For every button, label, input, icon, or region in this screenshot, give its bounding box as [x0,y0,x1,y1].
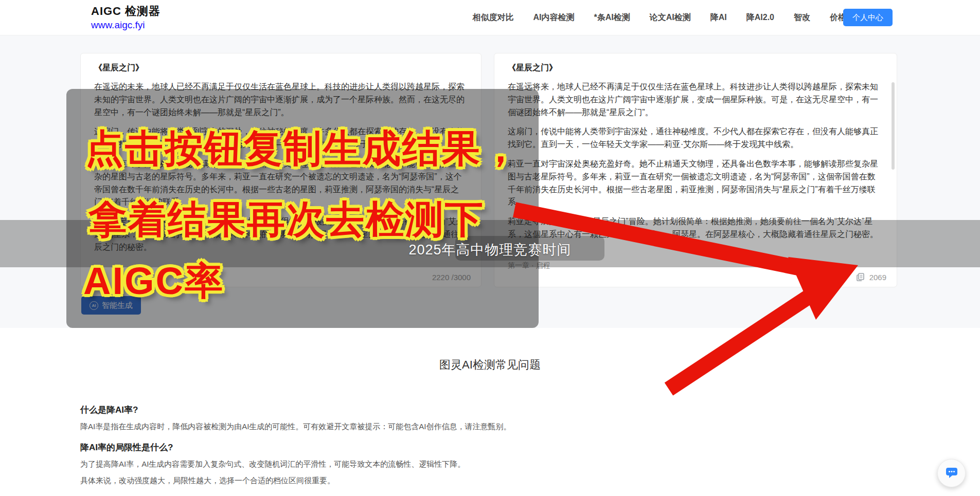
char-counter-left: 2220 /3000 [432,273,471,282]
copy-icon [856,275,865,283]
chat-bubble-icon [945,465,959,481]
result-paragraphs: 在遥远将来，地球人已经不再满足于仅仅生活在蓝色星球上。科技进步让人类得以跨越星际… [508,81,883,245]
header: AIGC 检测器 www.aigc.fyi 相似度对比AI内容检测*条AI检测论… [0,0,980,35]
story-paragraph: 这扇门，传说中能将人类带到宇宙深处，通往神秘维度。不少代人都在探索它存在，但没有… [508,125,883,151]
story-paragraph: 莉亚定夺展开一场关于“星辰之门”冒险。她计划很简单：根据她推测，她须要前往一個名… [508,215,883,241]
logo-url[interactable]: www.aigc.fyi [91,20,161,31]
result-text-panel: 《星辰之门》 在遥远将来，地球人已经不再满足于仅仅生活在蓝色星球上。科技进步让人… [494,53,897,287]
profile-center-button[interactable]: 个人中心 [843,9,893,26]
scrollbar-thumb[interactable] [892,82,895,170]
ai-circle-icon: AI [90,301,98,310]
faq-item: 什么是降AI率? 降AI率是指在生成内容时，降低内容被检测为由AI生成的可能性。… [80,404,800,432]
nav-item[interactable]: 降AI [710,12,727,23]
faq-question: 降AI率的局限性是什么? [80,442,800,453]
page: AIGC 检测器 www.aigc.fyi 相似度对比AI内容检测*条AI检测论… [0,0,980,496]
story-paragraph: 莉亚决定展开一场关于“星辰之门”的冒险。她的计划很简单：根据她的推测，她需要前往… [94,215,468,253]
nav-item[interactable]: 论文AI检测 [650,12,691,23]
faq-answer-line: 为了提高降AI率，AI生成内容需要加入复杂句式、改变随机词汇的平滑性，可能导致文… [80,458,800,470]
faq-item: 降AI率的局限性是什么? 为了提高降AI率，AI生成内容需要加入复杂句式、改变随… [80,442,800,486]
source-paragraphs: 在遥远的未来，地球人已经不再满足于仅仅生活在蓝色星球上。科技的进步让人类得以跨越… [94,81,468,258]
generate-button-label: 智能生成 [102,301,133,310]
faq-title: 图灵AI检测常见问题 [0,357,980,373]
logo[interactable]: AIGC 检测器 www.aigc.fyi [91,4,161,31]
smart-generate-button[interactable]: AI 智能生成 [81,296,141,315]
source-text-body[interactable]: 《星辰之门》 在遥远的未来，地球人已经不再满足于仅仅生活在蓝色星球上。科技的进步… [81,53,481,258]
chapter-label: 第一章 · 启程 [508,261,550,270]
story-paragraph: 莉亚一直对宇宙深处的奥秘充满好奇。她不仅精通天文物理，还具备出色的数学能力，能够… [94,158,468,209]
story-paragraph: 莉亚一直对宇宙深处奥秘充盈好奇。她不止精通天文物理，还具备出色数学本事，能够解读… [508,158,883,209]
tool-section: 《星辰之门》 在遥远的未来，地球人已经不再满足于仅仅生活在蓝色星球上。科技的进步… [0,35,980,328]
result-text-body: 《星辰之门》 在遥远将来，地球人已经不再满足于仅仅生活在蓝色星球上。科技进步让人… [494,53,897,245]
copy-result-button[interactable] [856,272,865,282]
source-text-panel[interactable]: 《星辰之门》 在遥远的未来，地球人已经不再满足于仅仅生活在蓝色星球上。科技的进步… [80,53,482,287]
nav-item[interactable]: 相似度对比 [473,12,514,23]
story-paragraph: 这扇门，传说中能将人类带到宇宙的深处，通往神秘的维度。许多代人都在探索它的存在，… [94,125,468,151]
nav-item[interactable]: AI内容检测 [533,12,575,23]
chat-support-button[interactable] [937,459,966,487]
faq-answer-line: 降AI率是指在生成内容时，降低内容被检测为由AI生成的可能性。可有效避开文章被提… [80,421,800,432]
main-nav: 相似度对比AI内容检测*条AI检测论文AI检测降AI降AI2.0智改价格 [473,0,846,35]
story-title-left: 《星辰之门》 [94,63,468,74]
story-title-right: 《星辰之门》 [508,63,883,74]
nav-item[interactable]: *条AI检测 [594,12,630,23]
faq-question: 什么是降AI率? [80,404,800,416]
faq-answer-line: 具体来说，改动强度越大，局限性越大，选择一个合适的档位区间很重要。 [80,475,800,486]
faq-answer: 为了提高降AI率，AI生成内容需要加入复杂句式、改变随机词汇的平滑性，可能导致文… [80,458,800,486]
faq-answer: 降AI率是指在生成内容时，降低内容被检测为由AI生成的可能性。可有效避开文章被提… [80,421,800,432]
nav-item[interactable]: 智改 [794,12,810,23]
story-paragraph: 在遥远的未来，地球人已经不再满足于仅仅生活在蓝色星球上。科技的进步让人类得以跨越… [94,81,468,119]
faq-section: 什么是降AI率? 降AI率是指在生成内容时，降低内容被检测为由AI生成的可能性。… [80,395,800,496]
story-paragraph: 在遥远将来，地球人已经不再满足于仅仅生活在蓝色星球上。科技进步让人类得以跨越星际… [508,81,883,119]
nav-item[interactable]: 降AI2.0 [746,12,774,23]
logo-title: AIGC 检测器 [91,4,161,19]
char-counter-right: 2069 [869,273,886,282]
